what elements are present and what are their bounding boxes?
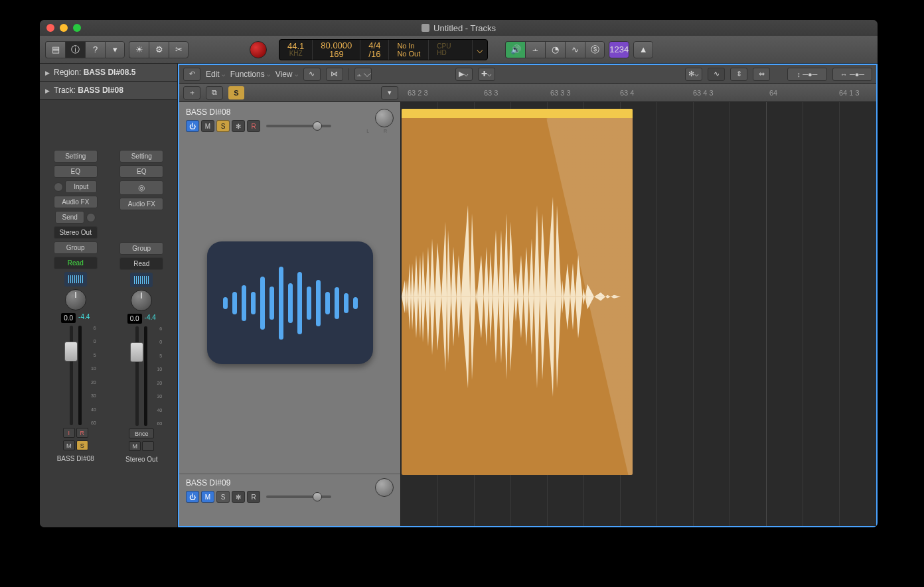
record-button[interactable] bbox=[250, 41, 267, 58]
metronome-button[interactable]: ▲ bbox=[633, 41, 653, 58]
fader-handle[interactable] bbox=[64, 342, 78, 361]
region-header[interactable] bbox=[402, 109, 633, 118]
solo-button[interactable] bbox=[142, 441, 154, 451]
pan-knob[interactable] bbox=[375, 109, 394, 127]
power-button[interactable]: ⏻ bbox=[186, 120, 199, 132]
record-button[interactable]: R bbox=[247, 120, 260, 132]
input-mode-icon[interactable] bbox=[54, 182, 63, 192]
lcd-signature[interactable]: 4/4 /16 bbox=[360, 40, 389, 60]
audiofx-button[interactable]: Audio FX bbox=[54, 196, 98, 208]
scissors-button[interactable]: ✂ bbox=[169, 41, 189, 58]
master-volume-button[interactable]: 🔊 bbox=[505, 41, 525, 58]
lcd-display[interactable]: 44.1 KHZ 80.0000 169 4/4 /16 No In No Ou… bbox=[279, 39, 488, 60]
input-button[interactable]: Input bbox=[65, 180, 97, 193]
group-button[interactable]: Group bbox=[119, 242, 163, 255]
tuner-button[interactable]: ⫠ bbox=[525, 41, 545, 58]
eq-button[interactable]: EQ bbox=[119, 165, 163, 178]
waveform-icon[interactable]: ∿ bbox=[708, 68, 725, 81]
minimize-icon[interactable] bbox=[60, 24, 68, 32]
lcd-io[interactable]: No In No Out bbox=[389, 40, 429, 60]
solo-indicator[interactable]: S bbox=[228, 86, 244, 99]
freeze-button[interactable]: ✻ bbox=[232, 120, 245, 132]
fader-handle[interactable] bbox=[130, 342, 143, 362]
catch-button[interactable]: ⋈ bbox=[326, 68, 343, 81]
power-button[interactable]: ⏻ bbox=[186, 491, 199, 503]
dropdown-button[interactable]: ▾ bbox=[381, 86, 398, 99]
smart-controls-button[interactable]: ☀ bbox=[129, 41, 149, 58]
region-header[interactable]: Region: BASS DI#08.5 bbox=[40, 64, 177, 82]
channel-label: BASS DI#08 bbox=[57, 453, 94, 466]
arrange-area[interactable] bbox=[401, 102, 876, 526]
mute-button[interactable]: M bbox=[63, 440, 75, 450]
solo-mode-button[interactable]: ⓢ bbox=[585, 41, 605, 58]
automation-button[interactable]: Read bbox=[119, 257, 163, 270]
inspector-button[interactable]: ⓘ bbox=[65, 41, 85, 58]
mute-button[interactable]: M bbox=[129, 441, 141, 451]
track-header[interactable]: Track: BASS DI#08 bbox=[40, 82, 177, 99]
mixer-button[interactable]: ⚙ bbox=[149, 41, 169, 58]
edit-menu[interactable]: Edit bbox=[206, 70, 225, 79]
toolbar-button[interactable]: ▾ bbox=[105, 41, 125, 58]
record-button[interactable]: R bbox=[247, 491, 260, 503]
setting-button[interactable]: Setting bbox=[54, 150, 98, 163]
pan-knob[interactable] bbox=[375, 478, 394, 497]
stereo-icon[interactable]: ◎ bbox=[119, 180, 163, 195]
back-arrow-icon[interactable]: ↶ bbox=[183, 68, 200, 81]
bounce-button[interactable]: Bnce bbox=[129, 428, 154, 438]
pan-knob[interactable] bbox=[65, 289, 86, 310]
record-enable-button[interactable]: R bbox=[76, 428, 88, 438]
channel-strip-right: Setting EQ ◎ Audio FX Group Read 0.0-4.4… bbox=[110, 103, 174, 527]
track-header-2[interactable]: BASS DI#09 ⏻ M S ✻ R bbox=[179, 474, 400, 507]
group-button[interactable]: Group bbox=[54, 241, 98, 254]
gear-button[interactable]: ✻⌵ bbox=[685, 68, 702, 81]
width-fit-button[interactable]: ⇔ bbox=[753, 68, 770, 81]
filter-button[interactable]: ⫠⌵ bbox=[354, 68, 372, 81]
fader-track[interactable] bbox=[135, 326, 139, 426]
maximize-icon[interactable] bbox=[73, 24, 81, 32]
count-in-button[interactable]: 1234 bbox=[609, 41, 629, 58]
output-button[interactable]: Stereo Out bbox=[54, 226, 98, 239]
audio-region[interactable] bbox=[402, 109, 633, 475]
volume-slider[interactable] bbox=[266, 125, 331, 127]
lcd-perf[interactable]: CPU HD bbox=[429, 40, 473, 60]
link-button[interactable]: ∿ bbox=[565, 41, 585, 58]
solo-button[interactable]: S bbox=[216, 120, 230, 132]
send-knob-icon[interactable] bbox=[86, 213, 96, 222]
track-icon[interactable] bbox=[130, 273, 153, 287]
freeze-button[interactable]: ✻ bbox=[232, 491, 245, 503]
lcd-tempo[interactable]: 80.0000 169 bbox=[313, 40, 360, 60]
solo-button[interactable]: S bbox=[76, 440, 88, 450]
lcd-samplerate[interactable]: 44.1 KHZ bbox=[279, 40, 313, 60]
functions-menu[interactable]: Functions bbox=[230, 70, 270, 79]
marquee-tool[interactable]: ✚⌵ bbox=[478, 68, 495, 81]
duplicate-track-button[interactable]: ⧉ bbox=[206, 86, 223, 99]
input-monitor-button[interactable]: I bbox=[63, 428, 75, 438]
pan-knob[interactable] bbox=[131, 290, 152, 311]
time-ruler[interactable]: 63 2 3 63 3 63 3 3 63 4 63 4 3 64 64 1 3 bbox=[401, 84, 876, 101]
automation-button[interactable]: Read bbox=[54, 257, 98, 269]
library-button[interactable]: ▤ bbox=[45, 41, 65, 58]
height-fit-button[interactable]: ⇕ bbox=[730, 68, 747, 81]
eq-button[interactable]: EQ bbox=[54, 165, 98, 178]
gauge-button[interactable]: ◔ bbox=[545, 41, 565, 58]
titlebar[interactable]: Untitled - Tracks bbox=[40, 20, 878, 36]
send-button[interactable]: Send bbox=[55, 211, 84, 224]
track-icon[interactable] bbox=[64, 272, 87, 287]
vzoom-slider[interactable]: ↕ ─●─ bbox=[787, 68, 827, 81]
close-icon[interactable] bbox=[46, 24, 54, 32]
help-button[interactable]: ? bbox=[85, 41, 105, 58]
mute-button[interactable]: M bbox=[201, 491, 214, 503]
pointer-tool[interactable]: ▶⌵ bbox=[455, 68, 473, 81]
solo-button[interactable]: S bbox=[216, 491, 230, 503]
mute-button[interactable]: M bbox=[201, 120, 214, 132]
hzoom-slider[interactable]: ↔ ─●─ bbox=[832, 68, 872, 81]
add-track-button[interactable]: ＋ bbox=[183, 86, 200, 99]
fader-track[interactable] bbox=[70, 326, 73, 425]
volume-slider[interactable] bbox=[266, 495, 331, 498]
lcd-dropdown[interactable]: ⌵ bbox=[473, 40, 487, 60]
track-header-1[interactable]: BASS DI#08 ⏻ M S ✻ R L R bbox=[179, 102, 400, 474]
audiofx-button[interactable]: Audio FX bbox=[119, 198, 163, 210]
view-menu[interactable]: View bbox=[275, 70, 298, 79]
flex-button[interactable]: ∿ bbox=[303, 68, 321, 81]
setting-button[interactable]: Setting bbox=[119, 150, 163, 163]
